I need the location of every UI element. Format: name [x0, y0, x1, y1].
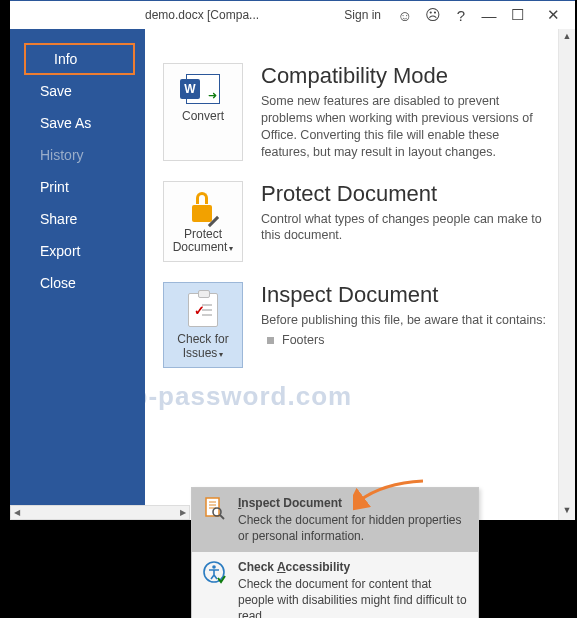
- menu-inspect-document[interactable]: Inspect Document Check the document for …: [192, 488, 478, 552]
- vertical-scrollbar[interactable]: ▲ ▼: [558, 29, 575, 520]
- titlebar: demo.docx [Compa... Sign in ☺ ☹ ? — ☐ ✕: [10, 1, 575, 29]
- inspect-heading: Inspect Document: [261, 282, 549, 308]
- menu-item-title: Inspect Document: [238, 495, 468, 511]
- file-menu-sidebar: Info Save Save As History Print Share Ex…: [10, 29, 145, 520]
- minimize-button[interactable]: —: [475, 7, 503, 24]
- compat-desc: Some new features are disabled to preven…: [261, 93, 549, 161]
- check-issues-menu: Inspect Document Check the document for …: [191, 487, 479, 618]
- svg-line-5: [220, 515, 224, 519]
- menu-item-desc: Check the document for content that peop…: [238, 576, 468, 618]
- sidebar-item-save[interactable]: Save: [10, 75, 145, 107]
- help-button[interactable]: ?: [447, 7, 475, 24]
- scroll-left-icon[interactable]: ◀: [11, 508, 23, 517]
- scroll-right-icon[interactable]: ▶: [177, 508, 189, 517]
- convert-button-label: Convert: [182, 110, 224, 124]
- svg-point-7: [212, 565, 216, 569]
- convert-button[interactable]: ➜ Convert: [163, 63, 243, 161]
- signin-link[interactable]: Sign in: [344, 8, 381, 22]
- sidebar-item-print[interactable]: Print: [10, 171, 145, 203]
- protect-heading: Protect Document: [261, 181, 549, 207]
- check-for-issues-button[interactable]: ✓ Check for Issues▾: [163, 282, 243, 368]
- compat-heading: Compatibility Mode: [261, 63, 549, 89]
- sidebar-item-share[interactable]: Share: [10, 203, 145, 235]
- maximize-button[interactable]: ☐: [503, 6, 531, 24]
- watermark-text: top-password.com: [145, 381, 352, 412]
- word-file-backstage: demo.docx [Compa... Sign in ☺ ☹ ? — ☐ ✕ …: [10, 0, 575, 520]
- sidebar-item-info[interactable]: Info: [24, 43, 135, 75]
- chevron-down-icon: ▾: [229, 244, 233, 253]
- sidebar-item-saveas[interactable]: Save As: [10, 107, 145, 139]
- sidebar-item-history[interactable]: History: [10, 139, 145, 171]
- menu-item-title: Check Accessibility: [238, 559, 468, 575]
- chevron-down-icon: ▾: [219, 350, 223, 359]
- document-search-icon: [202, 495, 228, 523]
- protect-button-label: Protect Document▾: [168, 228, 238, 256]
- smiley-happy-icon[interactable]: ☺: [391, 7, 419, 24]
- clipboard-check-icon: ✓: [188, 293, 218, 327]
- word-convert-icon: ➜: [186, 74, 220, 104]
- inspect-bullet: Footers: [267, 333, 549, 347]
- check-button-label: Check for Issues▾: [168, 333, 238, 361]
- protect-document-button[interactable]: Protect Document▾: [163, 181, 243, 263]
- info-panel: ▲ ▼ top-password.com ➜ Convert Compatibi…: [145, 29, 575, 520]
- horizontal-scrollbar[interactable]: ◀ ▶: [10, 505, 190, 520]
- scroll-up-icon[interactable]: ▲: [559, 29, 575, 46]
- protect-desc: Control what types of changes people can…: [261, 211, 549, 245]
- menu-item-desc: Check the document for hidden properties…: [238, 512, 468, 544]
- sidebar-item-export[interactable]: Export: [10, 235, 145, 267]
- accessibility-icon: [202, 559, 228, 587]
- scroll-down-icon[interactable]: ▼: [559, 503, 575, 520]
- lock-icon: [188, 192, 218, 222]
- close-button[interactable]: ✕: [531, 6, 575, 24]
- window-title: demo.docx [Compa...: [145, 8, 259, 22]
- inspect-desc: Before publishing this file, be aware th…: [261, 312, 549, 329]
- sidebar-item-close[interactable]: Close: [10, 267, 145, 299]
- menu-check-accessibility[interactable]: Check Accessibility Check the document f…: [192, 552, 478, 618]
- smiley-sad-icon[interactable]: ☹: [419, 6, 447, 24]
